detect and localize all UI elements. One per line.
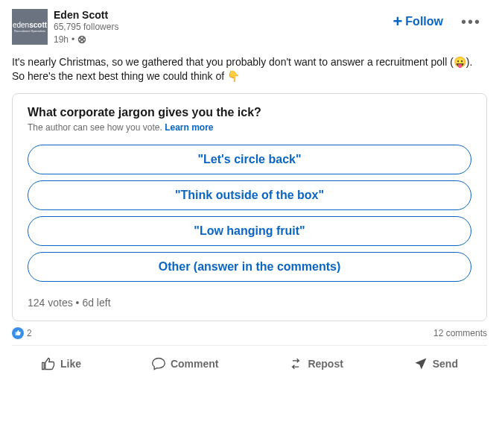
social-row: 2 12 comments	[0, 321, 499, 342]
post-header: edenscott Recruitment Specialists Eden S…	[12, 9, 487, 46]
comments-count[interactable]: 12 comments	[433, 328, 487, 338]
learn-more-link[interactable]: Learn more	[165, 122, 213, 133]
followers-count: 65,795 followers	[54, 21, 387, 34]
avatar[interactable]: edenscott Recruitment Specialists	[12, 9, 48, 45]
poll-options: "Let's circle back" "Think outside of th…	[28, 145, 471, 282]
post-meta: Eden Scott 65,795 followers 19h•	[54, 9, 387, 46]
like-reaction-icon	[12, 327, 24, 339]
repost-button[interactable]: Repost	[279, 349, 352, 379]
action-bar: Like Comment Repost Send	[0, 346, 499, 385]
poll-hint: The author can see how you vote. Learn m…	[28, 122, 471, 133]
plus-icon: +	[392, 13, 402, 30]
post-time: 19h•	[54, 34, 387, 46]
poll-question: What corporate jargon gives you the ick?	[28, 106, 471, 119]
like-button[interactable]: Like	[32, 349, 90, 379]
poll-option[interactable]: "Let's circle back"	[28, 145, 471, 174]
comment-button[interactable]: Comment	[142, 349, 228, 379]
comment-icon	[151, 356, 166, 371]
poll-card: What corporate jargon gives you the ick?…	[12, 93, 487, 321]
reaction-count: 2	[27, 328, 32, 338]
reactions[interactable]: 2	[12, 327, 32, 339]
like-icon	[41, 356, 56, 371]
poll-option[interactable]: Other (answer in the comments)	[28, 252, 471, 282]
poll-option[interactable]: "Low hanging fruit"	[28, 216, 471, 246]
poll-option[interactable]: "Think outside of the box"	[28, 180, 471, 210]
follow-button[interactable]: +Follow	[387, 9, 449, 34]
more-button[interactable]: •••	[455, 10, 487, 34]
repost-icon	[288, 356, 303, 371]
author-name[interactable]: Eden Scott	[54, 9, 387, 21]
poll-stats: 124 votes • 6d left	[28, 297, 471, 309]
send-icon	[413, 356, 428, 371]
send-button[interactable]: Send	[404, 349, 467, 379]
post-content: It's nearly Christmas, so we gathered th…	[12, 55, 487, 84]
globe-icon	[77, 35, 86, 44]
